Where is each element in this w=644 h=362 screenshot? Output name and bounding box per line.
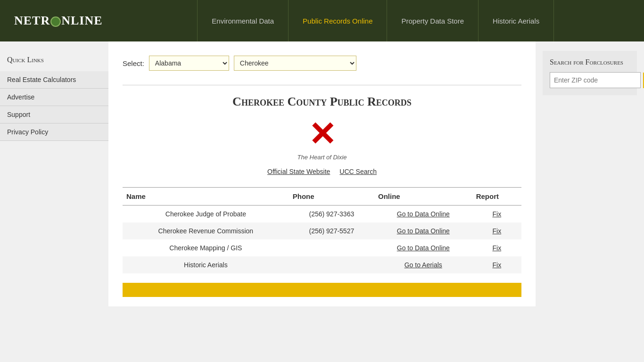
cell-online: Go to Aerials [374,256,472,273]
cell-report-link[interactable]: Fix [492,244,501,252]
cell-phone: (256) 927-5527 [289,222,374,239]
cell-online: Go to Data Online [374,222,472,239]
cell-name: Historic Aerials [123,256,289,273]
cell-report: Fix [472,206,521,223]
logo-text: NETRNLINE [14,14,103,28]
cell-phone [289,239,374,256]
select-label: Select: [123,59,144,67]
table-row: Cherokee Mapping / GISGo to Data OnlineF… [123,239,521,256]
state-links: Official State WebsiteUCC Search [123,168,521,175]
col-header-phone: Phone [289,188,374,206]
state-emblem: ✕ The Heart of Dixie [123,118,521,161]
state-link-ucc[interactable]: UCC Search [339,168,377,175]
main-content: Select: AlabamaAlaskaArizonaArkansasCali… [108,41,536,306]
cell-phone: (256) 927-3363 [289,206,374,223]
cell-report: Fix [472,256,521,273]
zip-row: Find! [550,72,630,88]
state-select[interactable]: AlabamaAlaskaArizonaArkansasCalifornia [149,56,229,71]
cell-name: Cherokee Mapping / GIS [123,239,289,256]
cell-name: Cherokee Revenue Commission [123,222,289,239]
sidebar-link-real-estate[interactable]: Real Estate Calculators [0,71,108,89]
sidebar-link-privacy[interactable]: Privacy Policy [0,123,108,141]
sidebar-link-support[interactable]: Support [0,106,108,123]
county-title: Cherokee County Public Records [123,95,521,109]
nav-item-env[interactable]: Environmental Data [197,0,289,41]
county-section: Cherokee County Public Records ✕ The Hea… [123,85,521,297]
table-row: Cherokee Revenue Commission(256) 927-552… [123,222,521,239]
right-sidebar: Search for Forclosures Find! [536,41,644,306]
cell-report-link[interactable]: Fix [492,210,501,218]
zip-input[interactable] [550,72,641,88]
table-body: Cherokee Judge of Probate(256) 927-3363G… [123,206,521,274]
cell-report-link[interactable]: Fix [492,227,501,235]
state-symbol: ✕ [308,118,336,151]
cell-phone [289,256,374,273]
logo-area: NETRNLINE [14,14,103,28]
sidebar-link-advertise[interactable]: Advertise [0,89,108,106]
county-select[interactable]: CherokeeBaldwinBarbourBibbBlount [234,56,356,71]
foreclosure-box: Search for Forclosures Find! [543,51,637,95]
left-sidebar: Quick Links Real Estate CalculatorsAdver… [0,41,108,306]
select-row: Select: AlabamaAlaskaArizonaArkansasCali… [123,51,521,75]
col-header-report: Report [472,188,521,206]
records-table: NamePhoneOnlineReport Cherokee Judge of … [123,187,521,273]
nav-item-pub[interactable]: Public Records Online [289,0,387,41]
cell-online: Go to Data Online [374,206,472,223]
table-row: Cherokee Judge of Probate(256) 927-3363G… [123,206,521,223]
nav-item-hist[interactable]: Historic Aerials [479,0,554,41]
col-header-name: Name [123,188,289,206]
col-header-online: Online [374,188,472,206]
cell-online-link[interactable]: Go to Data Online [397,244,450,252]
cell-report: Fix [472,222,521,239]
cell-online-link[interactable]: Go to Data Online [397,227,450,235]
cell-report: Fix [472,239,521,256]
yellow-banner [123,283,521,297]
header: NETRNLINE Environmental DataPublic Recor… [0,0,644,41]
state-motto: The Heart of Dixie [297,154,347,161]
state-link-official[interactable]: Official State Website [267,168,330,175]
foreclosure-title: Search for Forclosures [550,58,630,66]
table-row: Historic AerialsGo to AerialsFix [123,256,521,273]
cell-online-link[interactable]: Go to Aerials [405,261,442,269]
globe-icon [50,16,61,27]
nav-item-prop[interactable]: Property Data Store [387,0,479,41]
table-header-row: NamePhoneOnlineReport [123,188,521,206]
main-wrapper: Quick Links Real Estate CalculatorsAdver… [0,41,644,306]
cell-report-link[interactable]: Fix [492,261,501,269]
main-nav: Environmental DataPublic Records OnlineP… [122,0,630,41]
cell-name: Cherokee Judge of Probate [123,206,289,223]
cell-online: Go to Data Online [374,239,472,256]
cell-online-link[interactable]: Go to Data Online [397,210,450,218]
sidebar-title: Quick Links [0,51,108,71]
